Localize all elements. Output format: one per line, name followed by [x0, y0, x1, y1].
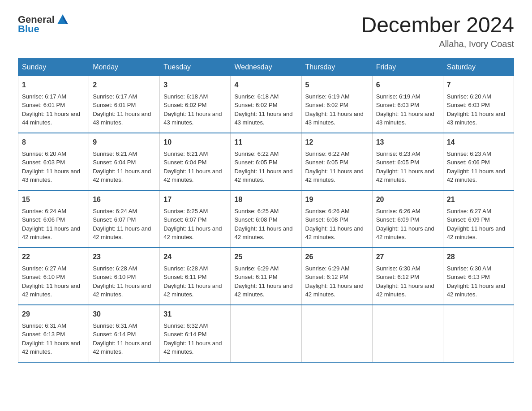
day-info: Sunrise: 6:19 AM Sunset: 6:02 PM Dayligh…	[305, 93, 364, 126]
day-number: 2	[93, 80, 156, 90]
day-number: 30	[93, 309, 156, 320]
day-info: Sunrise: 6:19 AM Sunset: 6:03 PM Dayligh…	[376, 93, 434, 126]
day-cell-6: 6Sunrise: 6:19 AM Sunset: 6:03 PM Daylig…	[372, 76, 443, 133]
day-info: Sunrise: 6:30 AM Sunset: 6:12 PM Dayligh…	[376, 265, 434, 298]
day-cell-25: 25Sunrise: 6:29 AM Sunset: 6:11 PM Dayli…	[231, 248, 301, 305]
empty-cell	[443, 305, 514, 362]
day-number: 19	[305, 194, 369, 205]
header-day-monday: Monday	[89, 58, 160, 76]
day-info: Sunrise: 6:17 AM Sunset: 6:01 PM Dayligh…	[93, 93, 151, 126]
day-number: 10	[163, 137, 227, 148]
day-cell-20: 20Sunrise: 6:26 AM Sunset: 6:09 PM Dayli…	[372, 190, 443, 248]
day-number: 31	[163, 309, 227, 320]
logo-icon	[56, 12, 70, 26]
header-day-friday: Friday	[372, 58, 443, 76]
day-info: Sunrise: 6:29 AM Sunset: 6:12 PM Dayligh…	[305, 265, 364, 298]
day-number: 26	[305, 252, 369, 262]
day-number: 8	[22, 137, 85, 148]
day-info: Sunrise: 6:27 AM Sunset: 6:09 PM Dayligh…	[447, 208, 505, 241]
day-cell-19: 19Sunrise: 6:26 AM Sunset: 6:08 PM Dayli…	[301, 190, 372, 248]
day-info: Sunrise: 6:18 AM Sunset: 6:02 PM Dayligh…	[163, 93, 222, 126]
day-info: Sunrise: 6:32 AM Sunset: 6:14 PM Dayligh…	[163, 322, 222, 355]
day-info: Sunrise: 6:23 AM Sunset: 6:05 PM Dayligh…	[376, 150, 434, 184]
day-info: Sunrise: 6:23 AM Sunset: 6:06 PM Dayligh…	[447, 150, 505, 184]
calendar-table: SundayMondayTuesdayWednesdayThursdayFrid…	[18, 58, 514, 363]
day-info: Sunrise: 6:18 AM Sunset: 6:02 PM Dayligh…	[234, 93, 292, 126]
day-number: 13	[376, 137, 439, 148]
day-info: Sunrise: 6:24 AM Sunset: 6:07 PM Dayligh…	[93, 208, 151, 241]
title-area: December 2024 Allaha, Ivory Coast	[361, 13, 514, 49]
day-info: Sunrise: 6:21 AM Sunset: 6:04 PM Dayligh…	[163, 150, 222, 184]
day-info: Sunrise: 6:22 AM Sunset: 6:05 PM Dayligh…	[305, 150, 364, 184]
day-number: 4	[234, 80, 297, 90]
day-cell-27: 27Sunrise: 6:30 AM Sunset: 6:12 PM Dayli…	[372, 248, 443, 305]
day-number: 24	[163, 252, 227, 262]
day-cell-16: 16Sunrise: 6:24 AM Sunset: 6:07 PM Dayli…	[89, 190, 160, 248]
day-number: 14	[447, 137, 510, 148]
day-cell-2: 2Sunrise: 6:17 AM Sunset: 6:01 PM Daylig…	[89, 76, 160, 133]
day-number: 15	[22, 194, 85, 205]
empty-cell	[372, 305, 443, 362]
day-cell-12: 12Sunrise: 6:22 AM Sunset: 6:05 PM Dayli…	[301, 133, 372, 190]
page-header: General Blue December 2024 Allaha, Ivory…	[18, 13, 514, 49]
day-info: Sunrise: 6:28 AM Sunset: 6:10 PM Dayligh…	[93, 265, 151, 298]
header-day-wednesday: Wednesday	[231, 58, 301, 76]
header-day-sunday: Sunday	[18, 58, 89, 76]
day-info: Sunrise: 6:20 AM Sunset: 6:03 PM Dayligh…	[22, 150, 80, 184]
day-info: Sunrise: 6:22 AM Sunset: 6:05 PM Dayligh…	[234, 150, 292, 184]
day-number: 11	[234, 137, 297, 148]
day-info: Sunrise: 6:30 AM Sunset: 6:13 PM Dayligh…	[447, 265, 505, 298]
day-info: Sunrise: 6:27 AM Sunset: 6:10 PM Dayligh…	[22, 265, 80, 298]
day-number: 17	[163, 194, 227, 205]
day-number: 3	[163, 80, 227, 90]
day-cell-1: 1Sunrise: 6:17 AM Sunset: 6:01 PM Daylig…	[18, 76, 89, 133]
day-number: 18	[234, 194, 297, 205]
day-cell-23: 23Sunrise: 6:28 AM Sunset: 6:10 PM Dayli…	[89, 248, 160, 305]
day-cell-4: 4Sunrise: 6:18 AM Sunset: 6:02 PM Daylig…	[231, 76, 301, 133]
day-cell-13: 13Sunrise: 6:23 AM Sunset: 6:05 PM Dayli…	[372, 133, 443, 190]
day-number: 12	[305, 137, 369, 148]
header-day-tuesday: Tuesday	[160, 58, 231, 76]
page-title: December 2024	[361, 13, 514, 37]
day-number: 21	[447, 194, 510, 205]
empty-cell	[231, 305, 301, 362]
day-info: Sunrise: 6:17 AM Sunset: 6:01 PM Dayligh…	[22, 93, 80, 126]
day-cell-17: 17Sunrise: 6:25 AM Sunset: 6:07 PM Dayli…	[160, 190, 231, 248]
day-cell-8: 8Sunrise: 6:20 AM Sunset: 6:03 PM Daylig…	[18, 133, 89, 190]
header-day-saturday: Saturday	[443, 58, 514, 76]
day-info: Sunrise: 6:20 AM Sunset: 6:03 PM Dayligh…	[447, 93, 505, 126]
day-cell-9: 9Sunrise: 6:21 AM Sunset: 6:04 PM Daylig…	[89, 133, 160, 190]
day-number: 27	[376, 252, 439, 262]
logo-blue: Blue	[18, 23, 39, 35]
day-number: 1	[22, 80, 85, 90]
day-cell-30: 30Sunrise: 6:31 AM Sunset: 6:14 PM Dayli…	[89, 305, 160, 362]
day-number: 29	[22, 309, 85, 320]
week-row-5: 29Sunrise: 6:31 AM Sunset: 6:13 PM Dayli…	[18, 305, 514, 362]
page-subtitle: Allaha, Ivory Coast	[361, 39, 514, 49]
day-cell-15: 15Sunrise: 6:24 AM Sunset: 6:06 PM Dayli…	[18, 190, 89, 248]
week-row-2: 8Sunrise: 6:20 AM Sunset: 6:03 PM Daylig…	[18, 133, 514, 190]
day-cell-21: 21Sunrise: 6:27 AM Sunset: 6:09 PM Dayli…	[443, 190, 514, 248]
day-info: Sunrise: 6:21 AM Sunset: 6:04 PM Dayligh…	[93, 150, 151, 184]
day-cell-22: 22Sunrise: 6:27 AM Sunset: 6:10 PM Dayli…	[18, 248, 89, 305]
day-cell-31: 31Sunrise: 6:32 AM Sunset: 6:14 PM Dayli…	[160, 305, 231, 362]
day-info: Sunrise: 6:24 AM Sunset: 6:06 PM Dayligh…	[22, 208, 80, 241]
day-cell-11: 11Sunrise: 6:22 AM Sunset: 6:05 PM Dayli…	[231, 133, 301, 190]
header-day-thursday: Thursday	[301, 58, 372, 76]
day-info: Sunrise: 6:25 AM Sunset: 6:08 PM Dayligh…	[234, 208, 292, 241]
day-number: 23	[93, 252, 156, 262]
day-number: 22	[22, 252, 85, 262]
day-number: 16	[93, 194, 156, 205]
day-cell-29: 29Sunrise: 6:31 AM Sunset: 6:13 PM Dayli…	[18, 305, 89, 362]
day-cell-24: 24Sunrise: 6:28 AM Sunset: 6:11 PM Dayli…	[160, 248, 231, 305]
day-info: Sunrise: 6:31 AM Sunset: 6:14 PM Dayligh…	[93, 322, 151, 355]
day-info: Sunrise: 6:26 AM Sunset: 6:09 PM Dayligh…	[376, 208, 434, 241]
day-cell-7: 7Sunrise: 6:20 AM Sunset: 6:03 PM Daylig…	[443, 76, 514, 133]
day-info: Sunrise: 6:28 AM Sunset: 6:11 PM Dayligh…	[163, 265, 222, 298]
day-number: 6	[376, 80, 439, 90]
day-number: 20	[376, 194, 439, 205]
week-row-4: 22Sunrise: 6:27 AM Sunset: 6:10 PM Dayli…	[18, 248, 514, 305]
week-row-1: 1Sunrise: 6:17 AM Sunset: 6:01 PM Daylig…	[18, 76, 514, 133]
logo: General Blue	[18, 13, 70, 35]
day-number: 5	[305, 80, 369, 90]
